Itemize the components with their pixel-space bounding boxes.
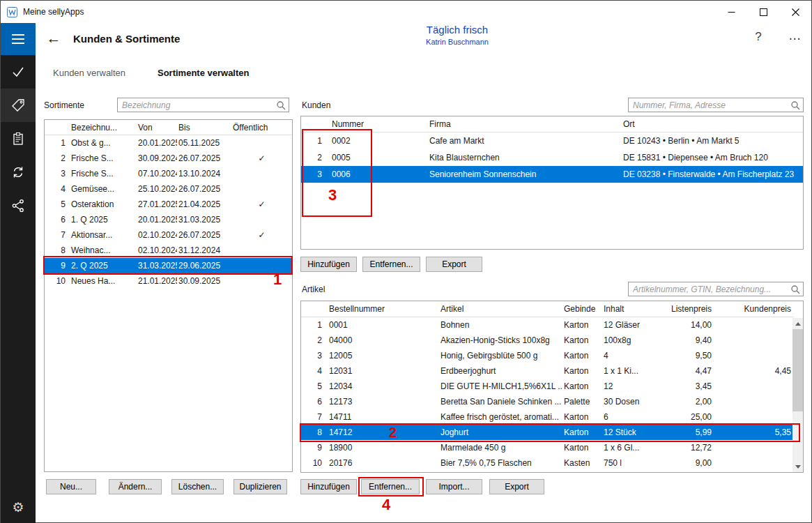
artikel-hinzufuegen-button[interactable]: Hinzufügen bbox=[300, 479, 357, 494]
kunden-hinzufuegen-button[interactable]: Hinzufügen bbox=[300, 257, 357, 272]
table-cell: 6 bbox=[602, 409, 657, 425]
aendern-button[interactable]: Ändern... bbox=[109, 479, 162, 494]
table-row[interactable]: 10001BohnenKarton12 Gläser14,00 bbox=[301, 317, 794, 333]
column-header[interactable]: Firma bbox=[428, 116, 622, 132]
table-cell: 05.11.2025 bbox=[177, 135, 231, 151]
table-cell: ✓ bbox=[231, 197, 292, 212]
scrollbar-down-button[interactable] bbox=[792, 461, 803, 472]
minimize-button[interactable] bbox=[715, 1, 747, 23]
column-header[interactable]: Ort bbox=[622, 116, 803, 132]
artikel-export-button[interactable]: Export bbox=[489, 479, 544, 494]
more-button[interactable]: ⋯ bbox=[786, 31, 804, 46]
table-row[interactable]: 1Obst & g...20.01.202505.11.2025 bbox=[45, 135, 292, 151]
column-header[interactable]: Artikel bbox=[439, 301, 562, 317]
table-row[interactable]: 612173Beretta San Daniele Schinken ...Pa… bbox=[301, 394, 794, 409]
user-name: Katrin Buschmann bbox=[426, 38, 489, 46]
close-button[interactable] bbox=[779, 1, 811, 23]
column-header[interactable]: Bestellnummer bbox=[328, 301, 439, 317]
table-row[interactable]: 10Neues Ha...21.01.202530.09.2025 bbox=[45, 273, 292, 289]
column-header[interactable]: Inhalt bbox=[602, 301, 657, 317]
column-header[interactable]: Öffentlich bbox=[231, 120, 292, 135]
kunden-export-button[interactable]: Export bbox=[426, 257, 482, 272]
table-cell: Kita Blausternchen bbox=[428, 149, 622, 166]
settings-button[interactable]: ⚙ bbox=[1, 494, 36, 520]
table-cell bbox=[231, 181, 292, 197]
sidebar-item-sync[interactable] bbox=[1, 156, 36, 189]
table-row[interactable]: 7Aktionsar...02.10.202426.07.2025✓ bbox=[45, 227, 292, 243]
column-header[interactable]: Kundenpreis bbox=[714, 301, 794, 317]
kunden-search-input[interactable] bbox=[628, 98, 804, 112]
table-row[interactable]: 204000Akazien-Honig-Sticks 100x8gKarton1… bbox=[301, 333, 794, 348]
table-cell: 4,45 bbox=[714, 363, 794, 379]
table-row[interactable]: 61. Q 202520.01.202531.03.2025 bbox=[45, 212, 292, 227]
column-header[interactable]: Nummer bbox=[330, 116, 428, 132]
table-cell: 5,35 bbox=[714, 425, 794, 440]
column-header[interactable]: Bis bbox=[177, 120, 231, 135]
tab-kunden-verwalten[interactable]: Kunden verwalten bbox=[53, 68, 125, 78]
table-row[interactable]: 512034DIE GUTE H-MILCH1,5%6X1L ...Karton… bbox=[301, 379, 794, 394]
table-cell: 12034 bbox=[328, 379, 439, 394]
table-cell: Palette bbox=[562, 394, 602, 409]
scrollbar[interactable] bbox=[792, 318, 803, 472]
table-row[interactable]: 714711Kaffee frisch geröstet, aromati...… bbox=[301, 409, 794, 425]
neu-button[interactable]: Neu... bbox=[46, 479, 96, 494]
table-row[interactable]: 3Frische S...07.10.202413.10.2024 bbox=[45, 166, 292, 181]
table-row[interactable]: 412031ErdbeerjoghurtKarton1 x 1 Ki...4,4… bbox=[301, 363, 794, 379]
help-button[interactable]: ? bbox=[751, 30, 766, 44]
table-row[interactable]: 4Gemüsee...25.10.202426.07.2025 bbox=[45, 181, 292, 197]
table-row[interactable]: 30006Seniorenheim SonnenscheinDE 03238 •… bbox=[301, 166, 803, 183]
table-cell: Karton bbox=[562, 333, 602, 348]
table-row[interactable]: 20005Kita BlausternchenDE 15831 • Diepen… bbox=[301, 149, 803, 166]
table-cell: Honig, Gebirgsblüte 500 g bbox=[439, 348, 562, 363]
table-row[interactable]: 1020176Bier 7,5% 0,75 FlaschenKasten750 … bbox=[301, 455, 794, 471]
back-button[interactable]: ← bbox=[45, 29, 63, 47]
sidebar-item-clipboard[interactable] bbox=[1, 122, 36, 156]
table-row[interactable]: 2Frische S...30.09.202426.07.2025✓ bbox=[45, 151, 292, 166]
table-row[interactable]: 8Weihnac...02.10.202431.12.2024 bbox=[45, 243, 292, 258]
column-header[interactable] bbox=[301, 301, 328, 317]
table-cell: 26.07.2025 bbox=[177, 227, 231, 243]
table-cell bbox=[231, 135, 292, 151]
scrollbar-up-button[interactable] bbox=[792, 318, 803, 329]
column-header[interactable]: Bezeichnu... bbox=[70, 120, 137, 135]
menu-button[interactable] bbox=[1, 23, 36, 55]
column-header[interactable] bbox=[301, 116, 330, 132]
table-cell: 02.10.2024 bbox=[137, 243, 177, 258]
sidebar-item-sortimente[interactable] bbox=[1, 89, 36, 122]
table-cell: ✓ bbox=[231, 151, 292, 166]
table-row[interactable]: 5Osteraktion27.01.202521.04.2025✓ bbox=[45, 197, 292, 212]
table-row[interactable]: 918900Marmelade 450 gKarton1 x 6 Gl...12… bbox=[301, 440, 794, 455]
table-cell bbox=[714, 348, 794, 363]
sortimente-search-input[interactable] bbox=[117, 98, 289, 112]
sidebar-item-share[interactable] bbox=[1, 189, 36, 222]
artikel-import-button[interactable]: Import... bbox=[426, 479, 482, 494]
tag-icon bbox=[11, 98, 25, 112]
column-header[interactable]: Gebinde bbox=[562, 301, 602, 317]
artikel-entfernen-button[interactable]: Entfernen... bbox=[361, 479, 420, 494]
table-cell: 3 bbox=[301, 166, 330, 183]
table-row[interactable]: 10002Cafe am MarktDE 10243 • Berlin • Am… bbox=[301, 132, 803, 149]
loeschen-button[interactable]: Löschen... bbox=[171, 479, 224, 494]
table-cell: 31.12.2024 bbox=[177, 243, 231, 258]
table-cell: Weihnac... bbox=[70, 243, 137, 258]
sidebar-item-check[interactable] bbox=[1, 55, 36, 89]
tab-sortimente-verwalten[interactable]: Sortimente verwalten bbox=[158, 68, 250, 78]
table-cell: Karton bbox=[562, 317, 602, 333]
column-header[interactable]: Listenpreis bbox=[657, 301, 714, 317]
maximize-button[interactable] bbox=[747, 1, 779, 23]
kunden-table: NummerFirmaOrt10002Cafe am MarktDE 10243… bbox=[300, 116, 804, 250]
table-cell bbox=[714, 455, 794, 471]
table-cell: 14712 bbox=[328, 425, 439, 440]
kunden-entfernen-button[interactable]: Entfernen... bbox=[362, 257, 420, 272]
column-header[interactable]: Von bbox=[137, 120, 177, 135]
column-header[interactable] bbox=[45, 120, 70, 135]
table-row[interactable]: 92. Q 202531.03.202529.06.2025 bbox=[45, 258, 292, 273]
window-title: Meine sellyApps bbox=[23, 7, 84, 17]
table-cell: 13.10.2024 bbox=[177, 166, 231, 181]
table-cell: Gemüsee... bbox=[70, 181, 137, 197]
artikel-search-input[interactable] bbox=[628, 282, 804, 296]
scrollbar-thumb[interactable] bbox=[792, 329, 803, 411]
duplizieren-button[interactable]: Duplizieren bbox=[233, 479, 287, 494]
table-row[interactable]: 814712JoghurtKarton12 Stück5,995,35 bbox=[301, 425, 794, 440]
table-row[interactable]: 312005Honig, Gebirgsblüte 500 gKarton49,… bbox=[301, 348, 794, 363]
